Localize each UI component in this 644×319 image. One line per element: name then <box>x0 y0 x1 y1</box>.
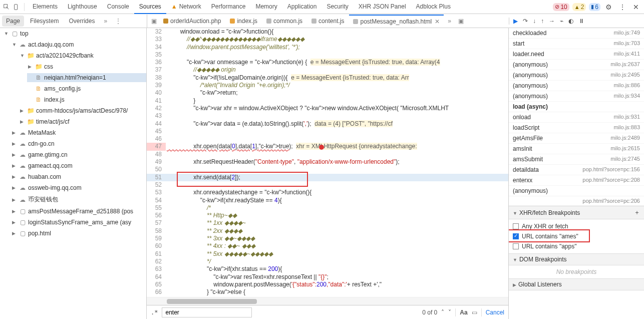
device-icon[interactable] <box>12 4 21 11</box>
callstack-row[interactable]: (anonymous)milo.js:886 <box>509 81 644 91</box>
checkbox[interactable] <box>513 233 519 239</box>
line-number[interactable]: 44 <box>147 120 166 128</box>
more-tabs-icon[interactable]: » <box>445 18 454 25</box>
code-content[interactable]: //I◆,◆200◆~◆3◆◆◆◆ <box>166 296 508 297</box>
dom-bp-header[interactable]: ▼DOM Breakpoints <box>509 253 644 265</box>
inspect-icon[interactable] <box>2 4 11 11</box>
line-number[interactable]: 32 <box>147 28 166 36</box>
line-number[interactable]: 47 <box>147 143 166 150</box>
tree-item[interactable]: ▶☁cdn-go.cn <box>11 139 146 148</box>
line-number[interactable]: 35 <box>147 51 166 59</box>
line-number[interactable]: 59 <box>147 235 166 242</box>
code-content[interactable]: xhr.send(data[2]); <box>166 174 508 181</box>
code-content[interactable]: */ <box>166 258 508 265</box>
tab-adblock-plus[interactable]: Adblock Plus <box>411 0 456 14</box>
code-content[interactable]: xhr.onreadystatechange = "c-kw">function… <box>166 189 508 196</box>
nav-overrides[interactable]: Overrides <box>65 16 99 27</box>
line-number[interactable]: 43 <box>147 112 166 120</box>
step-out-icon[interactable]: ↑ <box>541 18 544 25</box>
add-bp-icon[interactable]: ＋ <box>634 208 640 217</box>
tree-item[interactable]: 🗎index.js <box>27 95 146 104</box>
match-case[interactable]: Aa <box>460 309 467 316</box>
tree-item[interactable]: ▶☁huaban.com <box>11 172 146 181</box>
callstack-row[interactable]: getAmsFilemilo.js:2489 <box>509 133 644 144</box>
code-content[interactable]: "c-kw">var onmessage = "c-kw">function(e… <box>166 59 508 66</box>
line-number[interactable]: 67 <box>147 296 166 297</box>
file-tab[interactable]: content.js <box>307 15 348 27</box>
line-number[interactable]: 41 <box>147 97 166 105</box>
search-cancel[interactable]: Cancel <box>486 309 504 316</box>
file-tab[interactable]: postMessage_noflash.html✕ <box>349 15 444 28</box>
callstack-row[interactable]: detaildatapop.html?sorce=pc:156 <box>509 165 644 175</box>
code-content[interactable]: //window.parent.postMessage('willtest', … <box>166 44 508 51</box>
code-content[interactable] <box>166 112 508 120</box>
tab-performance[interactable]: Performance <box>206 0 251 14</box>
xhr-bp-item[interactable]: URL contains "apps" <box>513 241 640 251</box>
tab-console[interactable]: Console <box>102 0 134 14</box>
code-content[interactable] <box>166 181 508 189</box>
tree-item[interactable]: ▶📁time/act/js/cf <box>19 117 146 126</box>
callstack-row[interactable]: loader.needmilo.js:411 <box>509 49 644 60</box>
code-content[interactable]: xhr.setRequestHeader("Content-type", "ap… <box>166 158 508 166</box>
tab-lighthouse[interactable]: Lighthouse <box>63 0 102 14</box>
code-area[interactable]: 32 window.onload = "c-kw">function(){33 … <box>147 28 508 297</box>
tree-item[interactable]: ▼📁act/a20210429cfbank <box>19 51 146 60</box>
search-input[interactable] <box>162 307 252 317</box>
line-number[interactable]: 62 <box>147 258 166 265</box>
step-over-icon[interactable]: ↷ <box>523 18 528 25</box>
deactivate-bp-icon[interactable]: ⌁ <box>560 18 563 25</box>
code-content[interactable]: "c-kw">var resText=xhr.responseText || "… <box>166 273 508 281</box>
xhr-bp-header[interactable]: ▼XHR/fetch Breakpoints ＋ <box>509 206 644 219</box>
code-content[interactable]: "c-kw">if(!isLegalDomain(e.origin)){ e =… <box>166 74 508 82</box>
line-number[interactable]: 36 <box>147 59 166 66</box>
code-content[interactable]: ** 5xx ◆◆◆◆◆~◆◆◆◆◆ <box>166 250 508 258</box>
code-content[interactable]: "c-kw">if(xhr.status == 200){ <box>166 265 508 273</box>
close-tab-icon[interactable]: ✕ <box>435 18 440 25</box>
callstack-row[interactable]: (anonymous)milo.js:2495 <box>509 70 644 81</box>
code-content[interactable]: window.onload = "c-kw">function(){ <box>166 28 508 36</box>
messages-badge[interactable]: ▮ 6 <box>589 3 600 11</box>
line-number[interactable]: 52 <box>147 181 166 189</box>
tree-item[interactable]: ▼☁act.daoju.qq.com <box>11 40 146 49</box>
code-content[interactable] <box>166 51 508 59</box>
tree-item[interactable]: ▼▢top <box>3 29 146 38</box>
callstack-row[interactable]: loadScriptmilo.js:883 <box>509 123 644 133</box>
tab-sources[interactable]: Sources <box>134 0 166 14</box>
pause-exc-icon[interactable]: ◐ <box>568 18 573 25</box>
line-number[interactable]: 45 <box>147 128 166 135</box>
line-number[interactable]: 40 <box>147 89 166 97</box>
code-content[interactable] <box>166 166 508 173</box>
tab-network[interactable]: ▲Network <box>166 0 206 14</box>
code-content[interactable]: } <box>166 97 508 105</box>
checkbox[interactable] <box>513 243 519 249</box>
file-tab[interactable]: orderIdAuction.php <box>159 15 225 27</box>
resume-icon[interactable]: ▶ <box>513 18 518 25</box>
line-number[interactable]: 46 <box>147 135 166 143</box>
code-content[interactable]: xhr.open(data[0],data[1],"c-kw">true); x… <box>166 143 508 150</box>
line-number[interactable]: 64 <box>147 273 166 281</box>
line-number[interactable]: 38 <box>147 74 166 82</box>
code-content[interactable] <box>166 128 508 135</box>
callstack-row[interactable]: enterxxpop.html?sorce=pc:208 <box>509 175 644 186</box>
line-number[interactable]: 48 <box>147 151 166 158</box>
callstack-row[interactable]: onloadmilo.js:931 <box>509 112 644 123</box>
code-content[interactable]: "c-kw">var data = (e.data).toString().sp… <box>166 120 508 128</box>
search-next-icon[interactable]: ˅ <box>448 309 451 316</box>
line-number[interactable]: 65 <box>147 281 166 288</box>
tree-item[interactable]: ▶☁gameact.qq.com <box>11 161 146 170</box>
nav-page[interactable]: Page <box>2 16 24 27</box>
global-listeners-header[interactable]: ▶Global Listeners <box>509 278 644 290</box>
tab-security[interactable]: Security <box>321 0 353 14</box>
code-content[interactable] <box>166 135 508 143</box>
code-content[interactable]: /*alert("Invalid Origin "+e.origin);*/ <box>166 82 508 89</box>
line-number[interactable]: 63 <box>147 265 166 273</box>
callstack-row[interactable]: pop.html?sorce=pc:206 <box>509 196 644 206</box>
close-icon[interactable]: ✕ <box>630 3 642 11</box>
code-content[interactable]: //◆◆◆◆◆ origin <box>166 66 508 74</box>
tab-memory[interactable]: Memory <box>250 0 282 14</box>
line-number[interactable]: 54 <box>147 197 166 204</box>
code-content[interactable]: "c-kw">var xhr = window.ActiveXObject ? … <box>166 105 508 112</box>
line-number[interactable]: 37 <box>147 66 166 74</box>
checkbox[interactable] <box>513 223 519 229</box>
callstack-row[interactable]: amsInitmilo.js:2615 <box>509 144 644 154</box>
